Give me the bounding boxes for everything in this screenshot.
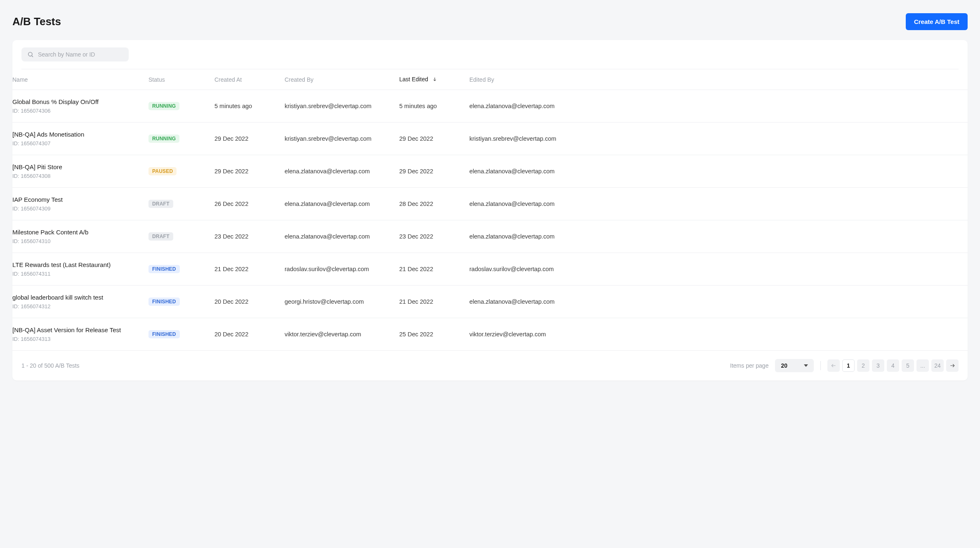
row-id: ID: 1656074312 [12, 303, 148, 309]
status-badge: FINISHED [148, 265, 180, 273]
row-created-by: georgi.hristov@clevertap.com [285, 286, 399, 318]
column-header-last-edited-label: Last Edited [399, 76, 428, 83]
row-id: ID: 1656074309 [12, 206, 148, 212]
column-header-last-edited[interactable]: Last Edited [399, 69, 469, 90]
create-ab-test-button[interactable]: Create A/B Test [906, 13, 968, 30]
search-input[interactable] [38, 51, 123, 58]
status-badge: FINISHED [148, 298, 180, 306]
table-row[interactable]: Milestone Pack Content A/b ID: 165607431… [12, 220, 968, 253]
row-id: ID: 1656074310 [12, 238, 148, 244]
status-badge: DRAFT [148, 232, 173, 241]
table-row[interactable]: Global Bonus % Display On/Off ID: 165607… [12, 90, 968, 123]
row-last-edited: 5 minutes ago [399, 90, 469, 123]
pager-page-button[interactable]: 2 [857, 359, 869, 372]
row-last-edited: 29 Dec 2022 [399, 155, 469, 188]
pager-page-button[interactable]: 5 [902, 359, 914, 372]
column-header-status[interactable]: Status [148, 69, 214, 90]
arrow-left-icon [831, 363, 836, 368]
row-edited-by: viktor.terziev@clevertap.com [469, 318, 968, 351]
row-name: [NB-QA] Asset Version for Release Test [12, 326, 148, 333]
row-last-edited: 21 Dec 2022 [399, 286, 469, 318]
row-edited-by: elena.zlatanova@clevertap.com [469, 220, 968, 253]
row-last-edited: 28 Dec 2022 [399, 188, 469, 220]
row-created-by: viktor.terziev@clevertap.com [285, 318, 399, 351]
row-name: [NB-QA] Ads Monetisation [12, 131, 148, 138]
row-last-edited: 29 Dec 2022 [399, 123, 469, 155]
search-box[interactable] [21, 47, 129, 61]
row-edited-by: elena.zlatanova@clevertap.com [469, 188, 968, 220]
row-name: global leaderboard kill switch test [12, 294, 148, 301]
table-row[interactable]: LTE Rewards test (Last Restaurant) ID: 1… [12, 253, 968, 286]
row-last-edited: 23 Dec 2022 [399, 220, 469, 253]
row-created-at: 20 Dec 2022 [214, 286, 285, 318]
table-row[interactable]: [NB-QA] Piti Store ID: 1656074308 PAUSED… [12, 155, 968, 188]
row-name: Milestone Pack Content A/b [12, 229, 148, 236]
row-created-at: 29 Dec 2022 [214, 123, 285, 155]
table-row[interactable]: [NB-QA] Asset Version for Release Test I… [12, 318, 968, 351]
status-badge: DRAFT [148, 200, 173, 208]
row-created-by: elena.zlatanova@clevertap.com [285, 220, 399, 253]
row-name: LTE Rewards test (Last Restaurant) [12, 261, 148, 268]
table-row[interactable]: [NB-QA] Ads Monetisation ID: 1656074307 … [12, 123, 968, 155]
row-created-at: 26 Dec 2022 [214, 188, 285, 220]
row-edited-by: radoslav.surilov@clevertap.com [469, 253, 968, 286]
tests-card: Name Status Created At Created By Last E… [12, 40, 968, 380]
row-id: ID: 1656074306 [12, 108, 148, 114]
row-name: IAP Economy Test [12, 196, 148, 203]
row-id: ID: 1656074308 [12, 173, 148, 179]
table-row[interactable]: IAP Economy Test ID: 1656074309 DRAFT 26… [12, 188, 968, 220]
status-badge: FINISHED [148, 330, 180, 338]
row-created-by: kristiyan.srebrev@clevertap.com [285, 123, 399, 155]
pager-page-button[interactable]: 4 [887, 359, 899, 372]
pager-page-button[interactable]: 24 [931, 359, 944, 372]
column-header-name[interactable]: Name [12, 69, 148, 90]
status-badge: RUNNING [148, 135, 179, 143]
search-icon [27, 51, 34, 58]
divider [820, 361, 821, 370]
column-header-created-by[interactable]: Created By [285, 69, 399, 90]
status-badge: RUNNING [148, 102, 179, 110]
pager-ellipsis: ... [916, 359, 929, 372]
row-created-by: elena.zlatanova@clevertap.com [285, 155, 399, 188]
row-edited-by: elena.zlatanova@clevertap.com [469, 286, 968, 318]
row-id: ID: 1656074311 [12, 271, 148, 277]
row-created-at: 29 Dec 2022 [214, 155, 285, 188]
pager-page-button[interactable]: 3 [872, 359, 884, 372]
row-edited-by: elena.zlatanova@clevertap.com [469, 90, 968, 123]
tests-table: Name Status Created At Created By Last E… [12, 69, 968, 351]
row-created-by: kristiyan.srebrev@clevertap.com [285, 90, 399, 123]
column-header-created-at[interactable]: Created At [214, 69, 285, 90]
svg-point-0 [28, 52, 32, 56]
column-header-edited-by[interactable]: Edited By [469, 69, 968, 90]
row-created-at: 21 Dec 2022 [214, 253, 285, 286]
row-edited-by: kristiyan.srebrev@clevertap.com [469, 123, 968, 155]
row-id: ID: 1656074307 [12, 140, 148, 146]
page-title: A/B Tests [12, 15, 61, 28]
items-per-page-label: Items per page [730, 362, 768, 369]
table-row[interactable]: global leaderboard kill switch test ID: … [12, 286, 968, 318]
row-created-at: 5 minutes ago [214, 90, 285, 123]
row-created-by: elena.zlatanova@clevertap.com [285, 188, 399, 220]
pager-page-button[interactable]: 1 [842, 359, 855, 372]
items-per-page-value: 20 [781, 362, 787, 369]
chevron-down-icon [804, 364, 808, 367]
row-last-edited: 25 Dec 2022 [399, 318, 469, 351]
row-created-at: 20 Dec 2022 [214, 318, 285, 351]
pager-prev-button[interactable] [827, 359, 840, 372]
arrow-right-icon [949, 363, 955, 368]
row-id: ID: 1656074313 [12, 336, 148, 342]
row-created-by: radoslav.surilov@clevertap.com [285, 253, 399, 286]
row-edited-by: elena.zlatanova@clevertap.com [469, 155, 968, 188]
pagination-summary: 1 - 20 of 500 A/B Tests [21, 362, 80, 369]
sort-desc-icon [432, 76, 437, 83]
row-created-at: 23 Dec 2022 [214, 220, 285, 253]
row-last-edited: 21 Dec 2022 [399, 253, 469, 286]
pager-next-button[interactable] [946, 359, 959, 372]
svg-line-1 [32, 56, 33, 57]
status-badge: PAUSED [148, 167, 177, 175]
row-name: [NB-QA] Piti Store [12, 163, 148, 170]
items-per-page-select[interactable]: 20 [775, 359, 814, 372]
row-name: Global Bonus % Display On/Off [12, 98, 148, 105]
